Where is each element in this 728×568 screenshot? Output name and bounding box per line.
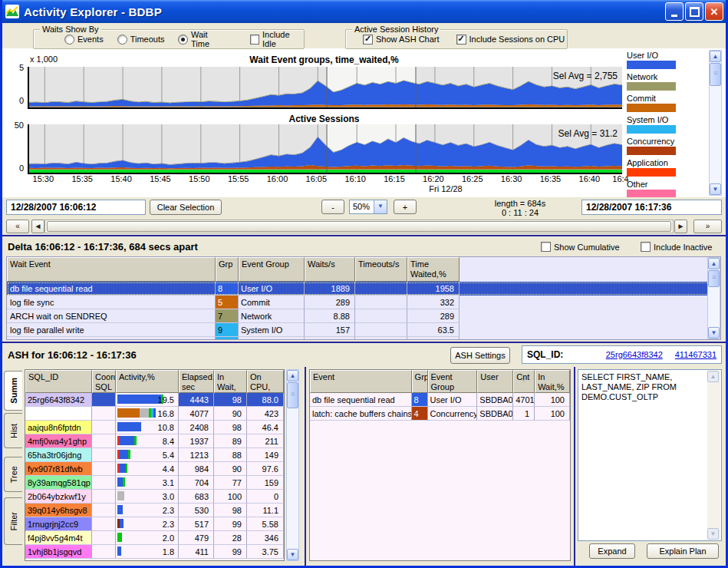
column-header[interactable]: SQL_ID <box>25 370 92 393</box>
page-right-button[interactable]: » <box>693 220 722 233</box>
sql-table-row[interactable]: 39q014y6hsgv82.35309811.1 <box>25 504 284 517</box>
minimize-button[interactable] <box>665 2 684 21</box>
column-header[interactable]: Grp <box>412 370 428 393</box>
scroll-right-arrow[interactable]: ► <box>674 220 687 233</box>
table-cell <box>92 407 116 421</box>
scroll-down-arrow[interactable]: ▼ <box>707 528 719 540</box>
event-table-row[interactable]: db file sequential read8User I/OSBDBA047… <box>310 393 570 407</box>
checkbox-include-inactive[interactable]: Include Inactive <box>641 242 712 252</box>
chart-scrollbar[interactable]: ▲▼ <box>709 50 722 196</box>
column-header[interactable]: Waits/s <box>305 257 355 282</box>
delta-table-row[interactable]: log file sync5Commit289332 <box>7 296 720 309</box>
wait-events-chart[interactable]: Sel Avg = 2,755 <box>28 67 622 109</box>
tab-hist[interactable]: Hist <box>4 413 22 448</box>
delta-table-row[interactable]: db file sequential read8User I/O18891958 <box>7 282 720 296</box>
column-header[interactable]: Event Group <box>239 257 305 282</box>
sql-text[interactable]: SELECT FIRST_NAME, LAST_NAME, ZIP FROM D… <box>581 372 697 402</box>
end-time-field[interactable]: 12/28/2007 16:17:36 <box>581 200 722 215</box>
column-header[interactable]: Timeouts/s <box>355 257 407 282</box>
column-header[interactable]: In Wait, % <box>214 370 247 393</box>
scrollbar-track[interactable] <box>44 220 674 233</box>
sql-table-row[interactable]: 65ha3tr06jdng5.4121388149 <box>25 448 284 462</box>
sql-text-scrollbar[interactable]: ▲▼ <box>707 371 720 540</box>
delta-table-row[interactable]: log file parallel write9System I/O15763.… <box>7 323 720 337</box>
sql-table-row[interactable]: fyx907r81dfwb4.49849097.6 <box>25 462 284 476</box>
tab-tree[interactable]: Tree <box>4 457 22 492</box>
scrollbar-thumb[interactable] <box>47 221 671 232</box>
column-header[interactable]: Event Group <box>428 370 478 393</box>
sql-table-scrollbar[interactable]: ▲▼ <box>286 369 299 561</box>
delta-table-row[interactable]: log file sequential read9System I/O11.04… <box>7 337 720 340</box>
zoom-out-button[interactable]: - <box>321 200 344 214</box>
column-header[interactable]: On CPU, sec <box>247 370 284 393</box>
sql-table-row[interactable]: 1vhj8b1jsgqvd1.8411993.75 <box>25 545 284 559</box>
sql-table-row[interactable]: aajqu8n6fptdn10.824089846.4 <box>25 421 284 434</box>
column-header[interactable]: Grp <box>216 257 239 282</box>
checkbox-show-cumulative[interactable]: Show Cumulative <box>541 242 620 252</box>
scroll-up-arrow[interactable]: ▲ <box>287 370 298 381</box>
column-header[interactable]: Time Waited,% <box>407 257 460 282</box>
column-header[interactable]: In Wait,% <box>535 370 570 393</box>
legend-item[interactable]: Application <box>627 158 703 177</box>
checkbox-include-sessions-cpu[interactable]: Include Sessions on CPU <box>456 35 565 45</box>
scroll-down-arrow[interactable]: ▼ <box>708 327 720 338</box>
maximize-button[interactable] <box>685 2 703 21</box>
checkbox-include-idle[interactable]: Include Idle <box>250 30 305 48</box>
scroll-down-arrow[interactable]: ▼ <box>287 549 298 560</box>
checkbox-show-ash-chart[interactable]: Show ASH Chart <box>363 35 440 45</box>
column-header[interactable]: Coord SQL <box>92 370 116 393</box>
column-header[interactable]: Wait Event <box>7 257 216 282</box>
column-header[interactable]: ▼Elapsed, sec <box>179 370 214 393</box>
scroll-up-arrow[interactable]: ▲ <box>710 51 721 62</box>
legend-item[interactable]: Commit <box>627 94 703 112</box>
event-table-row[interactable]: latch: cache buffers chains4ConcurrencyS… <box>310 407 570 421</box>
scrollbar-thumb[interactable] <box>708 270 720 287</box>
scrollbar-thumb[interactable] <box>287 382 298 408</box>
sql-table-row[interactable]: f4pj8vv5g4m4t2.047928346 <box>25 531 284 545</box>
title-bar[interactable]: Activity Explorer - BDBP ✕ <box>0 0 728 23</box>
column-header[interactable]: ▼Cnt <box>513 370 535 393</box>
radio-timeouts[interactable]: Timeouts <box>117 35 165 45</box>
delta-scrollbar[interactable]: ▲▼ <box>707 257 720 339</box>
radio-wait-time[interactable]: Wait Time <box>178 30 226 48</box>
delta-table-row[interactable]: ARCH wait on SENDREQ7Network8.88289 <box>7 309 720 323</box>
sql-table-row[interactable]: 25rg6643f834219.544439888.0 <box>25 393 284 407</box>
ash-settings-button[interactable]: ASH Settings <box>450 347 510 364</box>
legend-item[interactable]: System I/O <box>627 115 703 134</box>
tab-summ[interactable]: Summ <box>4 371 22 411</box>
radio-events[interactable]: Events <box>64 35 104 45</box>
legend-item[interactable]: Other <box>627 180 703 197</box>
expand-button[interactable]: Expand <box>589 543 635 559</box>
scrollbar-thumb[interactable] <box>710 63 721 86</box>
zoom-level-select[interactable]: 50% ▼ <box>349 200 387 214</box>
clear-selection-button[interactable]: Clear Selection <box>150 200 222 215</box>
legend-item[interactable]: Network <box>627 72 703 91</box>
column-header[interactable]: Event <box>310 370 412 393</box>
sql-table-row[interactable]: 16.8407790423 <box>25 407 284 421</box>
close-button[interactable]: ✕ <box>705 2 723 21</box>
sql-table-row[interactable]: 4mfj0wa4y1ghp8.4193789211 <box>25 434 284 448</box>
session-id-link[interactable]: 411467331 <box>675 350 716 359</box>
legend-item[interactable]: User I/O <box>627 51 703 69</box>
table-cell: 77 <box>214 476 247 490</box>
scroll-up-arrow[interactable]: ▲ <box>708 258 720 269</box>
tab-filter[interactable]: Filter <box>4 497 22 545</box>
sql-table-row[interactable]: 1rnugrjnj2cc92.3517995.58 <box>25 517 284 531</box>
column-header[interactable]: User <box>477 370 513 393</box>
legend-item[interactable]: Concurrency <box>627 137 703 155</box>
event-group-color-badge: 4 <box>412 407 428 421</box>
column-header[interactable]: Activity,% <box>116 370 179 393</box>
zoom-in-button[interactable]: + <box>394 200 417 214</box>
sql-table-row[interactable]: 2b064ybzkwf1y3.06831000 <box>25 490 284 504</box>
sql-id-link[interactable]: 25rg6643f8342 <box>606 350 663 359</box>
scroll-left-arrow[interactable]: ◄ <box>31 220 44 233</box>
chevron-down-icon[interactable]: ▼ <box>374 200 387 213</box>
page-left-button[interactable]: « <box>6 220 29 233</box>
explain-plan-button[interactable]: Explain Plan <box>647 543 719 559</box>
sql-table-row[interactable]: 8y39amqg581qp3.170477159 <box>25 476 284 490</box>
radio-wait-time-label: Wait Time <box>191 30 226 48</box>
scroll-down-arrow[interactable]: ▼ <box>710 183 721 195</box>
scroll-up-arrow[interactable]: ▲ <box>707 371 719 382</box>
start-time-field[interactable]: 12/28/2007 16:06:12 <box>6 200 146 215</box>
active-sessions-chart[interactable]: Sel Avg = 31.2 <box>28 124 622 174</box>
